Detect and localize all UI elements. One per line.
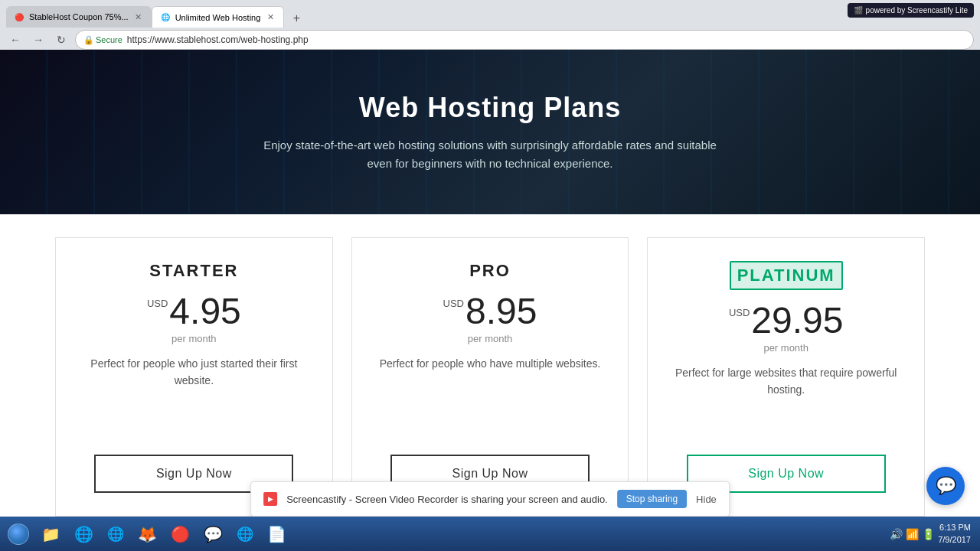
price-currency-platinum: USD <box>729 307 750 318</box>
tray-time-text: 6:13 PM <box>938 522 971 533</box>
screencastify-badge: 🎬 powered by Screencastify Lite <box>848 3 974 18</box>
forward-button[interactable]: → <box>29 31 47 49</box>
taskbar-misc-icon[interactable]: 📄 <box>261 520 292 549</box>
screencastify-record-icon: ▶ <box>263 492 277 506</box>
tab-favicon-1: 🔴 <box>14 11 24 22</box>
back-button[interactable]: ← <box>6 31 24 49</box>
hero-title: Web Hosting Plans <box>359 92 621 124</box>
address-bar-row: ← → ↻ 🔒 Secure https://www.stablehost.co… <box>0 28 980 52</box>
secure-label: Secure <box>96 35 122 44</box>
price-amount-starter: 4.95 <box>169 293 240 330</box>
price-period-platinum: per month <box>763 342 808 354</box>
title-bar: 🎬 powered by Screencastify Lite <box>0 0 980 6</box>
tray-date-text: 7/9/2017 <box>938 534 971 546</box>
start-button[interactable] <box>3 520 34 549</box>
taskbar-opera-icon[interactable]: 🔴 <box>165 520 196 549</box>
chat-bubble-button[interactable]: 💬 <box>926 467 965 505</box>
tab-bar: 🔴 StableHost Coupon 75%... ✕ 🌐 Unlimited… <box>0 6 980 28</box>
taskbar-chrome2-icon[interactable]: 🌐 <box>230 520 260 549</box>
taskbar: 📁 🌐 🌐 🦊 🔴 💬 🌐 📄 🔊 📶 🔋 6:13 PM 7/9/2017 <box>0 517 980 551</box>
hero-section: Web Hosting Plans Enjoy state-of-the-art… <box>0 50 980 214</box>
plan-description-starter: Perfect for people who just started thei… <box>74 355 314 432</box>
taskbar-explorer-icon[interactable]: 📁 <box>35 520 67 549</box>
plan-card-platinum: PLATINUM USD 29.95 per month Perfect for… <box>647 237 925 517</box>
price-amount-pro: 8.95 <box>466 293 537 330</box>
taskbar-tray: 🔊 📶 🔋 6:13 PM 7/9/2017 <box>884 522 977 546</box>
taskbar-skype-icon[interactable]: 💬 <box>198 520 229 549</box>
price-currency-pro: USD <box>443 298 464 309</box>
price-period-pro: per month <box>468 333 513 344</box>
taskbar-firefox-icon[interactable]: 🦊 <box>132 520 163 549</box>
tab-unlimited[interactable]: 🌐 Unlimited Web Hosting ✕ <box>152 6 285 28</box>
plan-price-pro: USD 8.95 <box>443 293 537 330</box>
new-tab-button[interactable]: + <box>287 9 305 28</box>
tab-title-1: StableHost Coupon 75%... <box>29 12 129 21</box>
plan-price-platinum: USD 29.95 <box>729 302 844 339</box>
taskbar-chrome-icon[interactable]: 🌐 <box>101 520 130 549</box>
browser-chrome: 🎬 powered by Screencastify Lite 🔴 Stable… <box>0 0 980 50</box>
chat-icon: 💬 <box>936 476 956 496</box>
plan-description-platinum: Perfect for large websites that require … <box>666 364 906 432</box>
tab-favicon-2: 🌐 <box>160 12 171 23</box>
reload-button[interactable]: ↻ <box>52 31 70 49</box>
plan-price-starter: USD 4.95 <box>147 293 241 330</box>
hide-button[interactable]: Hide <box>696 494 717 505</box>
plans-container: STARTER USD 4.95 per month Perfect for p… <box>46 214 934 517</box>
tray-clock: 6:13 PM 7/9/2017 <box>938 522 971 546</box>
price-currency-starter: USD <box>147 298 168 309</box>
plan-name-starter: STARTER <box>149 261 238 281</box>
plan-card-starter: STARTER USD 4.95 per month Perfect for p… <box>55 237 333 517</box>
plan-description-pro: Perfect for people who have multiple web… <box>380 355 601 432</box>
start-orb-icon <box>8 523 29 545</box>
screencastify-text: powered by Screencastify Lite <box>866 6 968 15</box>
plan-name-pro: PRO <box>469 261 511 281</box>
plan-name-platinum: PLATINUM <box>730 261 843 290</box>
plan-card-pro: PRO USD 8.95 per month Perfect for peopl… <box>351 237 629 517</box>
price-period-starter: per month <box>172 333 217 344</box>
screencastify-notification-bar: ▶ Screencastify - Screen Video Recorder … <box>250 481 730 517</box>
url-text: https://www.stablehost.com/web-hosting.p… <box>127 34 309 45</box>
tray-icons: 🔊 📶 🔋 <box>890 528 935 540</box>
screencastify-message: Screencastify - Screen Video Recorder is… <box>286 494 608 505</box>
lock-icon: 🔒 <box>83 35 94 45</box>
tab-close-2[interactable]: ✕ <box>265 12 276 23</box>
plans-section: STARTER USD 4.95 per month Perfect for p… <box>0 214 980 517</box>
tab-stablehost[interactable]: 🔴 StableHost Coupon 75%... ✕ <box>6 6 152 28</box>
hero-subtitle: Enjoy state-of-the-art web hosting solut… <box>253 136 727 173</box>
tab-title-2: Unlimited Web Hosting <box>175 13 261 22</box>
screencastify-icon: 🎬 <box>854 6 863 15</box>
address-bar[interactable]: 🔒 Secure https://www.stablehost.com/web-… <box>75 30 974 50</box>
stop-sharing-button[interactable]: Stop sharing <box>617 490 687 508</box>
secure-badge: 🔒 Secure <box>83 35 122 45</box>
taskbar-ie-icon[interactable]: 🌐 <box>68 520 100 549</box>
price-amount-platinum: 29.95 <box>751 302 843 339</box>
tab-close-1[interactable]: ✕ <box>133 11 144 22</box>
